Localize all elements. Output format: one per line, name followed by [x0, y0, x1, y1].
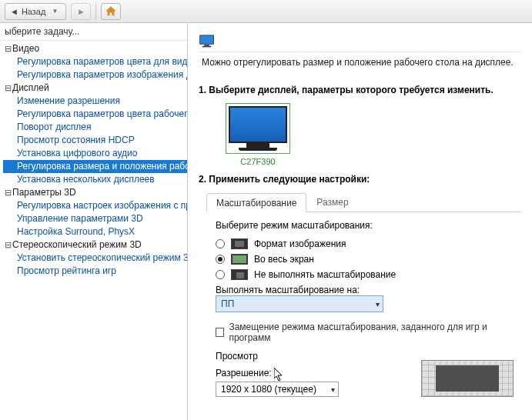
arrow-right-icon: ► — [77, 7, 85, 16]
collapse-icon[interactable]: ⊟ — [3, 186, 12, 199]
option-label: Во весь экран — [254, 254, 314, 265]
content-banner — [199, 31, 521, 52]
tree-item[interactable]: Регулировка параметров цвета рабочего ст… — [3, 108, 187, 121]
collapse-icon[interactable]: ⊟ — [3, 42, 12, 55]
preview-grid — [421, 360, 514, 397]
monitor-icon — [199, 33, 219, 50]
nav-forward-button: ► — [71, 3, 91, 20]
no-scaling-icon — [231, 269, 248, 280]
tree-item-label: Управление параметрами 3D — [17, 212, 143, 225]
resolution-combobox[interactable]: 1920 x 1080 (текущее) ▾ — [216, 382, 339, 397]
option-label: Не выполнять масштабирование — [254, 269, 396, 280]
svg-rect-2 — [202, 45, 211, 47]
toolbar: ◄ Назад ▼ ► — [0, 0, 532, 23]
scaling-option-aspect[interactable]: Формат изображения — [216, 238, 514, 249]
checkbox-icon — [216, 328, 224, 337]
tree-item-label: Установка нескольких дисплеев — [17, 173, 155, 186]
fullscreen-icon — [231, 254, 248, 265]
tree-item-label: Просмотр состояния HDCP — [17, 134, 135, 147]
perform-on-combobox[interactable]: ПП ▾ — [216, 295, 383, 312]
tree-parent[interactable]: ⊟Стереоскопический режим 3D — [3, 238, 187, 252]
resolution-label: Разрешение: — [216, 368, 339, 378]
sidebar-header: ыберите задачу... — [0, 23, 187, 41]
tree-item-label: Регулировка размера и положения рабочего — [17, 160, 187, 173]
tree-item[interactable]: Установка нескольких дисплеев — [3, 173, 187, 186]
step1-title: 1. Выберите дисплей, параметры которого … — [199, 85, 521, 95]
home-icon — [104, 5, 118, 18]
override-label: Замещение режима масштабирования, заданн… — [229, 322, 514, 343]
tree-item-label: Регулировка параметров изображения для в — [17, 68, 187, 82]
step2-title: 2. Применить следующие настройки: — [199, 174, 521, 185]
tree-item[interactable]: Настройка Surround, PhysX — [3, 225, 187, 238]
tree-parent[interactable]: ⊟Параметры 3D — [3, 186, 187, 199]
radio-icon — [216, 270, 225, 279]
tree-item[interactable]: Регулировка параметров цвета для видео — [3, 55, 187, 68]
tree-item[interactable]: Просмотр состояния HDCP — [3, 134, 187, 147]
collapse-icon[interactable]: ⊟ — [3, 238, 12, 252]
tree-item-label: Изменение разрешения — [17, 95, 120, 108]
content-area: Можно отрегулировать размер и положение … — [188, 23, 532, 420]
tree-item[interactable]: Регулировка параметров изображения для в — [3, 68, 187, 82]
tree-item-label: Настройка Surround, PhysX — [17, 225, 135, 238]
svg-rect-1 — [204, 45, 209, 46]
collapse-icon[interactable]: ⊟ — [3, 82, 12, 95]
tree-item-label: Установка цифрового аудио — [17, 147, 137, 160]
resolution-value: 1920 x 1080 (текущее) — [221, 384, 316, 395]
monitor-thumbnail — [226, 103, 290, 154]
combo-value: ПП — [221, 298, 234, 309]
tab-size[interactable]: Размер — [306, 192, 358, 212]
tree-item[interactable]: Регулировка настроек изображения с просм — [3, 199, 187, 212]
tree-parent-label: Видео — [12, 42, 39, 55]
chevron-down-icon: ▾ — [331, 385, 335, 394]
preview-title: Просмотр — [216, 351, 339, 362]
toolbar-separator — [95, 3, 96, 20]
sidebar: ыберите задачу... ⊟ВидеоРегулировка пара… — [0, 23, 188, 420]
tree-parent[interactable]: ⊟Видео — [3, 42, 187, 55]
nav-back-button[interactable]: ◄ Назад ▼ — [5, 3, 66, 20]
tree-parent-label: Дисплей — [12, 82, 49, 95]
tree-item[interactable]: Регулировка размера и положения рабочего — [3, 160, 187, 173]
scaling-option-fullscreen[interactable]: Во весь экран — [216, 254, 514, 265]
tree-item-label: Регулировка параметров цвета рабочего ст… — [17, 108, 187, 121]
scaling-mode-label: Выберите режим масштабирования: — [216, 220, 514, 231]
tree-item-label: Регулировка настроек изображения с просм — [17, 199, 187, 212]
scaling-option-none[interactable]: Не выполнять масштабирование — [216, 269, 514, 280]
tree-item[interactable]: Изменение разрешения — [3, 95, 187, 108]
dropdown-icon: ▼ — [52, 8, 58, 15]
tree-item-label: Установить стереоскопический режим 3D — [17, 252, 187, 265]
monitor-label: C27F390 — [220, 157, 296, 166]
tree-item[interactable]: Установка цифрового аудио — [3, 147, 187, 160]
arrow-left-icon: ◄ — [10, 7, 18, 16]
tree-item[interactable]: Установить стереоскопический режим 3D — [3, 252, 187, 265]
intro-text: Можно отрегулировать размер и положение … — [202, 57, 518, 68]
tree-item-label: Поворот дисплея — [17, 121, 92, 134]
tree-parent-label: Стереоскопический режим 3D — [12, 238, 142, 252]
aspect-ratio-icon — [231, 238, 248, 249]
tab-scaling[interactable]: Масштабирование — [206, 193, 306, 212]
tree-item-label: Просмотр рейтинга игр — [17, 265, 116, 278]
perform-on-label: Выполнять масштабирование на: — [216, 285, 514, 295]
nav-back-label: Назад — [22, 7, 46, 16]
settings-tabs: Масштабирование Размер — [206, 192, 521, 212]
radio-icon — [216, 255, 225, 264]
tree-item[interactable]: Поворот дисплея — [3, 121, 187, 134]
radio-icon — [216, 239, 225, 248]
tree-item-label: Регулировка параметров цвета для видео — [17, 55, 187, 68]
tree-parent[interactable]: ⊟Дисплей — [3, 82, 187, 95]
tree-item[interactable]: Управление параметрами 3D — [3, 212, 187, 225]
tree-item[interactable]: Просмотр рейтинга игр — [3, 265, 187, 278]
svg-rect-0 — [200, 35, 214, 43]
display-selector[interactable]: C27F390 — [220, 103, 296, 166]
option-label: Формат изображения — [254, 238, 346, 249]
task-tree: ⊟ВидеоРегулировка параметров цвета для в… — [0, 41, 187, 279]
chevron-down-icon: ▾ — [376, 300, 380, 308]
tree-parent-label: Параметры 3D — [12, 186, 76, 199]
override-checkbox-row[interactable]: Замещение режима масштабирования, заданн… — [216, 322, 514, 343]
home-button[interactable] — [101, 3, 121, 20]
